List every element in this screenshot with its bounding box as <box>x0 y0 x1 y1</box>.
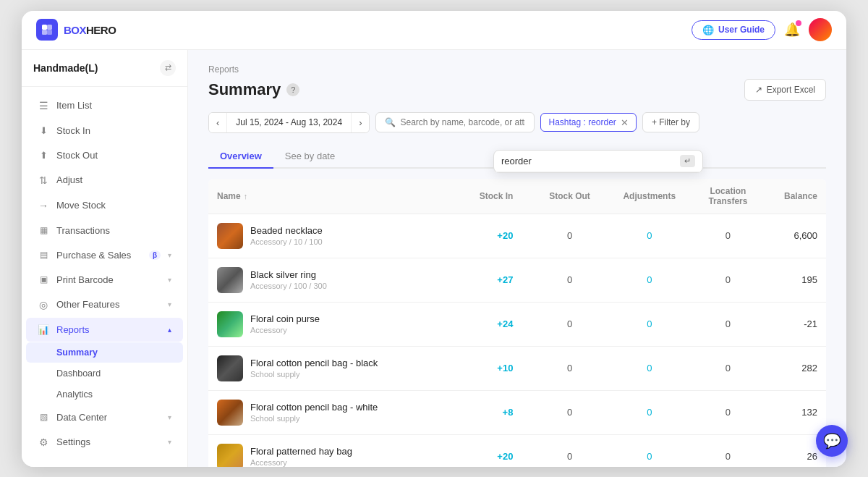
item-name-cell: Floral coin purse Accessory <box>217 311 447 337</box>
item-category: School supply <box>250 414 378 423</box>
adjustments-cell: 0 <box>606 434 693 467</box>
chat-button[interactable]: 💬 <box>816 425 848 457</box>
th-adjustments: Adjustments <box>606 179 693 214</box>
adjustments-cell: 0 <box>606 258 693 302</box>
sidebar-item-purchase-sales[interactable]: ▤ Purchase & Sales β ▾ <box>26 243 183 267</box>
sidebar-item-settings[interactable]: ⚙ Settings ▾ <box>26 430 183 455</box>
logo-text: BOXHERO <box>64 24 116 36</box>
settings-icon: ⚙ <box>38 436 49 448</box>
item-thumbnail <box>217 355 243 381</box>
sidebar-item-label: Data Center <box>56 412 161 423</box>
stock-in-cell: +8 <box>456 390 534 434</box>
sidebar-item-print-barcode[interactable]: ▣ Print Barcode ▾ <box>26 268 183 292</box>
info-icon[interactable]: ? <box>286 83 299 96</box>
sidebar-item-stock-in[interactable]: ⬇ Stock In <box>26 119 183 143</box>
purchase-sales-icon: ▤ <box>38 250 49 260</box>
adjustments-cell: 0 <box>606 346 693 390</box>
hashtag-remove-button[interactable]: ✕ <box>621 118 629 127</box>
sidebar-item-label: Stock Out <box>56 150 171 161</box>
filter-by-button[interactable]: + Filter by <box>642 112 699 132</box>
stock-in-cell: +20 <box>456 214 534 258</box>
sidebar-item-move-stock[interactable]: → Move Stock <box>26 193 183 218</box>
item-category: School supply <box>250 370 378 379</box>
item-category: Accessory <box>250 326 320 334</box>
th-stock-out: Stock Out <box>533 179 605 214</box>
chevron-up-icon: ▴ <box>168 326 171 334</box>
sidebar-item-label: Transactions <box>56 225 171 236</box>
date-next-button[interactable]: › <box>351 113 369 132</box>
stock-in-cell: +20 <box>456 434 534 467</box>
sidebar-sub-item-analytics[interactable]: Analytics <box>26 384 183 405</box>
autocomplete-input[interactable] <box>501 156 676 166</box>
sidebar-collapse-button[interactable]: ⇄ <box>160 60 176 76</box>
stock-out-cell: 0 <box>533 434 605 467</box>
sidebar-nav: ☰ Item List ⬇ Stock In ⬆ Stock Out ⇅ Adj… <box>22 87 187 467</box>
balance-cell: 195 <box>763 258 826 302</box>
balance-cell: -21 <box>763 302 826 346</box>
sidebar-item-label: Item List <box>56 100 171 111</box>
sidebar-item-transactions[interactable]: ▦ Transactions <box>26 219 183 242</box>
page-title-row: Summary ? <box>208 80 299 99</box>
item-category: Accessory / 100 / 300 <box>250 282 327 290</box>
sidebar-item-item-list[interactable]: ☰ Item List <box>26 93 183 118</box>
chevron-down-icon: ▾ <box>168 276 171 284</box>
stock-out-cell: 0 <box>533 346 605 390</box>
sidebar-item-other-features[interactable]: ◎ Other Features ▾ <box>26 292 183 317</box>
sidebar-sub-item-dashboard[interactable]: Dashboard <box>26 363 183 384</box>
balance-cell: 132 <box>763 390 826 434</box>
item-list-icon: ☰ <box>38 100 49 111</box>
sidebar-item-data-center[interactable]: ▧ Data Center ▾ <box>26 405 183 429</box>
search-input[interactable] <box>400 117 525 127</box>
chevron-down-icon: ▾ <box>168 251 171 259</box>
balance-cell: 6,600 <box>763 214 826 258</box>
item-name: Floral coin purse <box>250 313 320 324</box>
data-center-icon: ▧ <box>38 412 49 422</box>
reports-icon: 📊 <box>38 324 49 335</box>
sidebar-item-adjust[interactable]: ⇅ Adjust <box>26 168 183 193</box>
table-row: Black silver ring Accessory / 100 / 300 … <box>208 258 826 302</box>
item-name: Floral patterned hay bag <box>250 446 352 457</box>
adjustments-cell: 0 <box>606 214 693 258</box>
th-name: Name ↑ <box>208 179 456 214</box>
page-header: Summary ? ↗ Export Excel <box>208 79 826 101</box>
sidebar-item-label: Print Barcode <box>56 274 161 285</box>
chevron-down-icon: ▾ <box>168 300 171 308</box>
item-name: Floral cotton pencil bag - white <box>250 402 378 413</box>
tab-overview[interactable]: Overview <box>208 145 273 169</box>
filter-row: ‹ Jul 15, 2024 - Aug 13, 2024 › 🔍 Hashta… <box>208 112 826 133</box>
item-info: Floral cotton pencil bag - black School … <box>250 358 378 379</box>
sidebar-item-label: Purchase & Sales <box>56 250 142 261</box>
item-thumbnail <box>217 400 243 426</box>
sidebar-item-label: Move Stock <box>56 200 171 211</box>
search-box: 🔍 <box>375 112 535 132</box>
summary-table: Name ↑ Stock In Stock Out Adjustments Lo… <box>208 179 826 467</box>
adjustments-cell: 0 <box>606 390 693 434</box>
chevron-down-icon: ▾ <box>168 438 171 446</box>
logo-icon <box>36 19 58 41</box>
sidebar-item-label: Other Features <box>56 299 161 310</box>
top-right-actions: 🌐 User Guide 🔔 <box>692 18 832 41</box>
location-transfers-cell: 0 <box>693 390 763 434</box>
sidebar-sub-item-summary[interactable]: Summary <box>26 342 183 363</box>
svg-rect-1 <box>47 25 52 30</box>
sort-icon[interactable]: ↑ <box>244 192 248 200</box>
item-name-cell: Floral patterned hay bag Accessory <box>217 444 447 467</box>
tab-see-by-date[interactable]: See by date <box>273 145 346 169</box>
notification-bell[interactable]: 🔔 <box>784 22 800 38</box>
user-avatar[interactable] <box>809 18 832 41</box>
export-excel-button[interactable]: ↗ Export Excel <box>744 79 826 101</box>
sidebar-item-stock-out[interactable]: ⬆ Stock Out <box>26 143 183 167</box>
transactions-icon: ▦ <box>38 225 49 235</box>
sidebar: Handmade(L) ⇄ ☰ Item List ⬇ Stock In ⬆ S… <box>22 50 188 467</box>
sidebar-item-reports[interactable]: 📊 Reports ▴ <box>26 318 183 342</box>
user-guide-button[interactable]: 🌐 User Guide <box>692 20 775 40</box>
search-icon: 🔍 <box>385 117 396 127</box>
location-transfers-cell: 0 <box>693 434 763 467</box>
chevron-down-icon: ▾ <box>168 413 171 421</box>
date-prev-button[interactable]: ‹ <box>209 113 227 132</box>
main-layout: Handmade(L) ⇄ ☰ Item List ⬇ Stock In ⬆ S… <box>22 50 846 467</box>
item-name-cell: Beaded necklace Accessory / 10 / 100 <box>217 223 447 249</box>
workspace-name: Handmade(L) <box>33 62 98 74</box>
chat-icon: 💬 <box>823 432 841 449</box>
balance-cell: 282 <box>763 346 826 390</box>
